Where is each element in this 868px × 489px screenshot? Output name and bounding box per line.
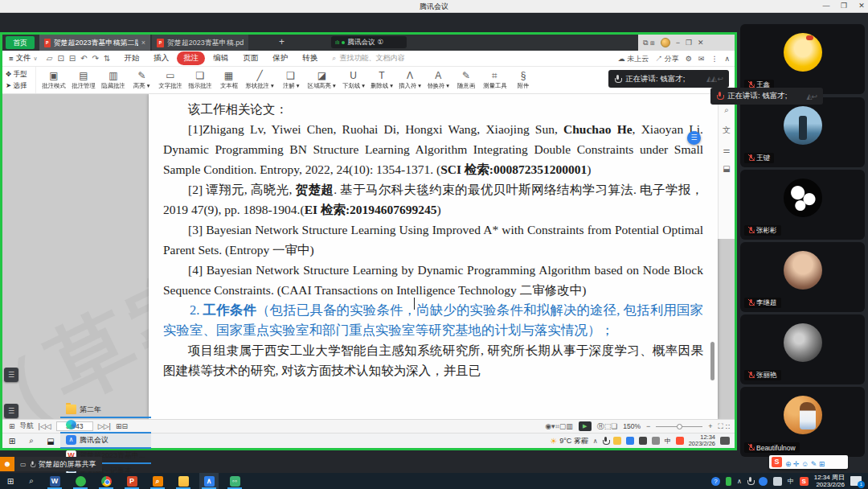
tool-area-highlight[interactable]: ◪区域高亮 ▾ [305,68,338,93]
display-icon[interactable] [773,477,782,486]
menu-item-转换[interactable]: 转换 [296,51,324,65]
pdf-close-button[interactable]: ✕ [698,39,704,47]
sogou-icon[interactable] [676,437,684,445]
maximize-button[interactable]: ❐ [836,1,852,11]
participant-tile[interactable]: 李继超 [740,242,865,312]
tool-callout[interactable]: ❏指示批注 [186,68,215,93]
taskbar-app-explorer[interactable] [174,473,193,489]
taskbar-app-doc-viewer[interactable]: ⌕ [148,473,167,489]
photos-icon[interactable] [626,437,634,445]
tool-shape-annotation[interactable]: ╱形状批注 ▾ [243,68,276,93]
menu-item-页面[interactable]: 页面 [236,51,264,65]
nav-label[interactable]: 导航 [20,421,34,431]
participant-tile[interactable]: 王键 [740,97,865,167]
more-icon[interactable]: ⋮ [710,55,718,63]
view-mode-icon[interactable]: ▥ [566,422,573,430]
pdf-minimize-button[interactable]: − [676,39,680,47]
taskbar-app-wechat[interactable]: ◦◦ [225,473,244,489]
view-mode-icon[interactable]: ◉▾ [545,422,555,430]
hand-tool[interactable]: ✥ 手型 [6,70,32,80]
chevron-up-icon[interactable]: ∧ [593,438,598,445]
gear-icon[interactable]: ⚙ [686,55,692,63]
sync-icon[interactable]: ⇅ [101,54,113,63]
weather-widget[interactable]: ☀ 9°C 雾霾 [550,436,588,446]
menu-item-编辑[interactable]: 编辑 [207,51,235,65]
zoom-slider[interactable] [656,426,702,427]
settings-icon[interactable]: ⚌ [723,146,731,154]
inner-clock[interactable]: 12:342023/2/26 [689,434,715,447]
meeting-status-pill[interactable]: ılı 腾讯会议 ① [331,36,407,48]
taskbar-app-word[interactable]: W [45,473,64,489]
menu-item-插入[interactable]: 插入 [147,51,175,65]
camera-icon[interactable] [639,437,647,445]
vertical-scrollbar[interactable] [710,342,714,380]
network-icon[interactable] [652,437,660,445]
notification-icon[interactable] [720,437,730,445]
taskbar-app-tencent-meeting[interactable]: ∧ [199,473,219,489]
pdf-restore-button[interactable]: ❐ [686,39,692,47]
zoom-out-icon[interactable]: − [646,422,650,430]
tool-insert-caret[interactable]: Λ插入符 ▾ [396,68,424,93]
fit-icon[interactable]: Ⓗ [597,422,604,430]
page-prev-icon[interactable]: ◁ [46,422,51,430]
file-menu[interactable]: ≡ 文件 ∨ [2,53,44,64]
tab-document-1[interactable]: P 贺楚超2023青基申稿第二版.pdf × [39,35,150,51]
save-icon[interactable]: ⊡ [55,54,66,63]
print-icon[interactable]: ⊟ [67,54,78,63]
zoom-knob[interactable] [677,424,682,429]
open-folder-icon[interactable]: ▱ [44,54,55,63]
zoom-in-icon[interactable]: + [708,422,712,430]
ime-icon[interactable]: 中 [665,437,671,446]
tool-highlight[interactable]: ✎高亮 ▾ [129,68,155,93]
taskbar-app-powerpoint[interactable]: P [122,473,141,489]
outer-clock[interactable]: 12:34 周日2023/2/26 [814,474,845,488]
search-button[interactable]: ⌕ [21,476,42,486]
ime-icon[interactable]: 中 [788,477,794,486]
chevron-up-icon[interactable]: ∧ [737,478,742,485]
taskbar-app-app-green[interactable] [71,473,90,489]
new-tab-button[interactable]: + [279,36,285,47]
app-icon[interactable] [759,477,768,486]
nav-panel-icon[interactable]: ⊞ [9,422,15,430]
tab-home[interactable]: 首页 [6,36,35,49]
menu-item-开始[interactable]: 开始 [117,51,145,65]
task-view-button[interactable]: ⬓ [41,437,60,446]
tool-textbox[interactable]: ▦文本框 [215,68,242,93]
participant-tile[interactable]: 王鑫 [740,24,865,94]
view-mode-icon[interactable]: ⧉ [643,39,650,47]
cloud-status[interactable]: ☁ 未上云 [618,54,649,64]
tool-text-comment[interactable]: ▭文字批注 [156,68,185,93]
page-widget-2[interactable]: ☰ [4,404,18,418]
participant-tile[interactable]: Beautifulnow [740,387,865,457]
close-button[interactable]: ✕ [854,1,868,11]
sogou-tool-icon[interactable]: ✛ [793,460,801,468]
sogou-logo-icon[interactable]: S [772,457,782,467]
page-widget-1[interactable]: ☰ [4,368,18,382]
tab-close-icon[interactable]: × [141,35,145,51]
tool-attachment[interactable]: §附件 [510,68,537,93]
participant-tile[interactable]: 张丽艳 [740,314,865,384]
page-prev-icon[interactable]: |◁ [39,422,46,430]
collapse-ribbon-icon[interactable]: ∧ [724,55,730,63]
tab-document-2[interactable]: P 贺楚超2023青基申稿.pdf [152,35,248,51]
sogou-tool-icon[interactable]: ⊞ [819,460,825,468]
battery-icon[interactable] [726,477,731,486]
tool-annotate-manage[interactable]: ▤批注管理 [69,68,98,93]
screen-share-banner[interactable]: ☻ ▭ 贺楚超的屏幕共享 [0,457,102,471]
sogou-tool-icon[interactable]: ⊕ [785,460,793,468]
translate-icon[interactable]: 文 [723,125,731,136]
tray-mic-icon[interactable] [747,477,753,486]
tool-freehand[interactable]: ✎随意画 [453,68,480,93]
account-avatar[interactable] [661,38,670,47]
sogou-tool-icon[interactable]: ✎ [811,460,819,468]
taskbar-item-folder[interactable]: 第二年 [60,403,151,418]
menu-item-批注[interactable]: 批注 [177,51,205,65]
notification-center-icon[interactable]: 1 [850,476,862,486]
input-method-toolbar[interactable]: S ⊕ ✛ ☺ ✎ ⊞ [769,455,848,469]
taskbar-item-meeting[interactable]: ∧腾讯会议 [60,434,151,449]
fit-icon[interactable]: ⬚ [604,422,612,430]
share-button[interactable]: ↗ 分享 [655,54,679,64]
zoom-level[interactable]: 150% [623,422,641,430]
redo-icon[interactable]: ↷ [90,54,101,63]
sogou-tool-icon[interactable]: ☺ [801,460,811,468]
